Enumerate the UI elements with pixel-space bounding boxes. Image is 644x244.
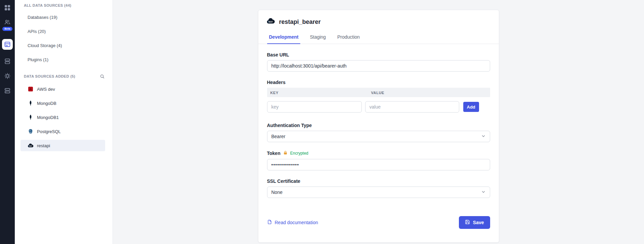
beta-badge: Beta — [2, 27, 12, 31]
restapi-cloud-icon: REST — [28, 143, 34, 149]
datasource-item-label: PostgreSQL — [37, 129, 61, 134]
sidebar-item-plugins[interactable]: Plugins (1) — [15, 52, 113, 67]
encrypted-badge: Encrypted — [290, 151, 308, 156]
datasource-item-label: AWS dev — [37, 87, 55, 92]
header-key-input[interactable] — [267, 101, 362, 113]
sidebar-item-apis[interactable]: APIs (20) — [15, 24, 113, 38]
save-icon — [465, 219, 470, 226]
ssl-certificate-field: SSL Certificate None — [267, 178, 490, 198]
app-window: Beta — [0, 0, 644, 244]
postgresql-icon — [28, 128, 34, 134]
icon-rail: Beta — [0, 0, 15, 244]
token-input[interactable] — [267, 159, 490, 170]
restapi-cloud-icon: REST — [266, 18, 275, 26]
save-button-label: Save — [473, 220, 484, 225]
datasource-item-restapi-selected[interactable]: REST restapi — [20, 140, 105, 151]
value-column-header: VALUE — [371, 91, 384, 95]
sidebar-item-cloud-storage[interactable]: Cloud Storage (4) — [15, 38, 113, 52]
auth-type-field: Authentication Type Bearer — [267, 123, 490, 142]
sidebar-item-databases[interactable]: Databases (19) — [15, 10, 113, 24]
datasources-icon — [2, 39, 13, 50]
lock-icon — [283, 150, 288, 156]
datasources-nav-button-active[interactable] — [2, 39, 13, 50]
mongodb-icon — [28, 100, 34, 106]
environment-tabs: Development Staging Production — [258, 31, 499, 44]
tab-development[interactable]: Development — [265, 31, 303, 44]
section-title: ALL DATA SOURCES (44) — [24, 3, 71, 7]
section-title: DATA SOURCES ADDED (5) — [24, 74, 75, 78]
datasource-item-label: restapi — [37, 143, 50, 148]
base-url-field: Base URL — [267, 52, 490, 72]
svg-text:REST: REST — [268, 21, 273, 23]
chevron-down-icon — [481, 134, 486, 139]
server-icon — [4, 87, 11, 94]
base-url-input[interactable] — [267, 60, 490, 72]
token-label-row: Token Encrypted — [267, 150, 490, 156]
layers-nav-button[interactable] — [4, 58, 11, 65]
datasource-item-mongodb1[interactable]: MongoDB1 — [20, 112, 105, 123]
datasource-item-aws-dev[interactable]: AWS dev — [20, 83, 105, 95]
save-button[interactable]: Save — [459, 216, 490, 229]
datasource-item-label: MongoDB1 — [37, 115, 59, 120]
tab-staging[interactable]: Staging — [306, 31, 330, 44]
headers-table-header: KEY VALUE — [267, 88, 490, 97]
config-form: Base URL Headers KEY VALUE Add — [258, 44, 499, 238]
search-datasources-button[interactable] — [98, 72, 106, 81]
layers-icon — [4, 58, 11, 65]
all-data-sources-section-header: ALL DATA SOURCES (44) — [15, 1, 113, 10]
users-icon — [4, 19, 11, 26]
base-url-label: Base URL — [267, 52, 490, 57]
datasource-item-postgresql[interactable]: PostgreSQL — [20, 126, 105, 137]
storage-nav-button[interactable] — [4, 87, 11, 94]
apps-nav-button[interactable] — [4, 5, 10, 11]
datasource-config-card: REST restapi_bearer Development Staging … — [258, 10, 499, 243]
gear-icon — [4, 73, 11, 79]
auth-type-select[interactable]: Bearer — [267, 131, 490, 142]
ssl-certificate-select[interactable]: None — [267, 187, 490, 198]
headers-section: Headers KEY VALUE Add — [267, 80, 490, 113]
datasource-item-mongodb[interactable]: MongoDB — [20, 97, 105, 109]
card-header: REST restapi_bearer — [258, 10, 499, 26]
ssl-certificate-value: None — [271, 190, 283, 195]
auth-type-value: Bearer — [271, 134, 286, 139]
aws-icon — [28, 86, 34, 92]
header-key-value-row: Add — [267, 101, 490, 113]
auth-type-label: Authentication Type — [267, 123, 490, 128]
datasources-sidebar: ALL DATA SOURCES (44) Databases (19) API… — [15, 0, 113, 244]
ssl-certificate-label: SSL Certificate — [267, 178, 490, 184]
read-documentation-link[interactable]: Read documentation — [267, 219, 318, 226]
tab-production[interactable]: Production — [333, 31, 364, 44]
svg-text:REST: REST — [29, 146, 32, 147]
users-nav-button[interactable]: Beta — [2, 19, 12, 31]
chevron-down-icon — [481, 190, 486, 195]
key-column-header: KEY — [270, 91, 278, 95]
title-row: REST restapi_bearer — [266, 18, 491, 26]
add-header-button[interactable]: Add — [463, 102, 479, 112]
token-label: Token — [267, 151, 281, 156]
read-documentation-label: Read documentation — [275, 220, 318, 225]
datasource-item-label: MongoDB — [37, 101, 56, 106]
data-sources-added-section-header: DATA SOURCES ADDED (5) — [15, 67, 113, 83]
form-footer: Read documentation Save — [267, 216, 490, 238]
apps-grid-icon — [4, 5, 10, 11]
token-field: Token Encrypted — [267, 150, 490, 170]
main-content: REST restapi_bearer Development Staging … — [113, 0, 644, 244]
page-title: restapi_bearer — [279, 18, 321, 26]
mongodb-icon — [28, 114, 34, 120]
document-icon — [267, 219, 272, 226]
header-value-input[interactable] — [365, 101, 459, 113]
settings-nav-button[interactable] — [4, 73, 11, 79]
headers-label: Headers — [267, 80, 490, 85]
